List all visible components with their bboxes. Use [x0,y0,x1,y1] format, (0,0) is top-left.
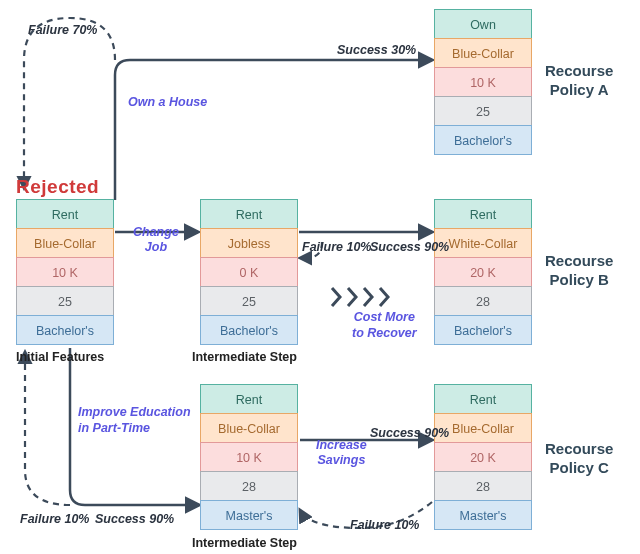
cell-housing: Rent [200,199,298,229]
cell-savings: 20 K [434,442,532,472]
cell-education: Bachelor's [200,315,298,345]
anno-increase-savings: IncreaseSavings [316,438,367,468]
cell-housing: Own [434,9,532,39]
cell-job: Jobless [200,228,298,258]
cell-age: 25 [16,286,114,316]
stack-policy-c: Rent Blue-Collar 20 K 28 Master's [434,385,532,530]
cell-age: 25 [434,96,532,126]
anno-success90c: Success 90% [370,426,449,440]
cell-age: 28 [200,471,298,501]
label-inter-c: Intermediate Step [192,536,297,550]
cell-savings: 10 K [434,67,532,97]
cell-age: 25 [200,286,298,316]
chevron-right-icon [378,286,392,308]
stack-policy-b: Rent White-Collar 20 K 28 Bachelor's [434,200,532,345]
anno-failure10a: Failure 10% [302,240,371,254]
anno-failure10c: Failure 10% [350,518,419,532]
label-policy-c: RecoursePolicy C [545,440,613,478]
cell-education: Master's [434,500,532,530]
stack-policy-a: Own Blue-Collar 10 K 25 Bachelor's [434,10,532,155]
cell-education: Bachelor's [434,315,532,345]
cell-savings: 10 K [16,257,114,287]
cell-housing: Rent [200,384,298,414]
anno-change-job: ChangeJob [133,225,179,255]
chevron-right-icon [362,286,376,308]
cell-housing: Rent [434,384,532,414]
chevron-right-icon [346,286,360,308]
cell-savings: 0 K [200,257,298,287]
label-policy-a: RecoursePolicy A [545,62,613,100]
cell-age: 28 [434,286,532,316]
stack-inter-c: Rent Blue-Collar 10 K 28 Master's [200,385,298,530]
stack-initial: Rent Blue-Collar 10 K 25 Bachelor's [16,200,114,345]
anno-cost-more: Cost Moreto Recover [352,310,417,341]
anno-success90a: Success 90% [370,240,449,254]
cell-housing: Rent [16,199,114,229]
cell-job: Blue-Collar [200,413,298,443]
rejected-label: Rejected [16,176,99,198]
cell-education: Master's [200,500,298,530]
label-inter-b: Intermediate Step [192,350,297,364]
cell-job: Blue-Collar [434,38,532,68]
cell-savings: 20 K [434,257,532,287]
chevron-right-icon [330,286,344,308]
cell-education: Bachelor's [434,125,532,155]
anno-failure70: Failure 70% [28,23,97,37]
anno-success90b: Success 90% [95,512,174,526]
anno-own-house: Own a House [128,95,207,109]
chevron-set-icon [330,286,392,308]
anno-failure10b: Failure 10% [20,512,89,526]
anno-success30: Success 30% [337,43,416,57]
cell-savings: 10 K [200,442,298,472]
stack-inter-b: Rent Jobless 0 K 25 Bachelor's [200,200,298,345]
cell-job: Blue-Collar [16,228,114,258]
label-policy-b: RecoursePolicy B [545,252,613,290]
cell-education: Bachelor's [16,315,114,345]
anno-improve-edu: Improve Educationin Part-Time [78,405,191,436]
cell-age: 28 [434,471,532,501]
label-initial: Initial Features [16,350,104,364]
cell-housing: Rent [434,199,532,229]
